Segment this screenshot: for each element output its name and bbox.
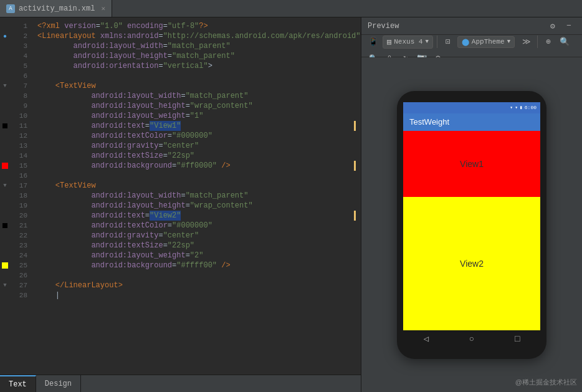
- gutter-7: ▼: [0, 81, 10, 91]
- tab-close-button[interactable]: ✕: [101, 4, 105, 12]
- device-dropdown-icon: ▼: [425, 39, 428, 45]
- gutter-16: [0, 171, 10, 181]
- gutter-18: [0, 191, 10, 201]
- separator-1: [437, 36, 437, 48]
- gutter-23: [0, 241, 10, 251]
- view1-label: View1: [460, 159, 484, 169]
- phone-mockup: ▾ ▾ ▮ 6:00 TestWeight View1: [397, 91, 546, 359]
- code-line-9: android:layout_height="wrap_content": [37, 101, 356, 111]
- line-numbers: 12345 678910 1112131415 1617181920 21222…: [10, 17, 32, 375]
- code-line-19: android:layout_height="wrap_content": [37, 201, 356, 211]
- preview-toolbar: 📱 ▤ Nexus 4 ▼ ⊡ ⬤ AppTheme ▼ ≫ ⊕ 🔍 🔍 Q ↻…: [361, 35, 582, 57]
- file-tab[interactable]: A activity_main.xml ✕: [0, 0, 112, 17]
- tab-text[interactable]: Text: [0, 375, 36, 392]
- view2-label: View2: [460, 259, 484, 269]
- code-line-6: [37, 71, 356, 81]
- gutter-25: [0, 261, 10, 270]
- gutter-10: [0, 111, 10, 121]
- gutter-28: [0, 290, 10, 300]
- code-line-13: android:gravity="center": [37, 141, 356, 151]
- gutter-6: [0, 71, 10, 81]
- view1-box: View1: [403, 131, 540, 198]
- watermark: @稀土掘金技术社区: [515, 378, 577, 387]
- gutter-5: [0, 61, 10, 71]
- code-line-10: android:layout_weight="1": [37, 111, 356, 121]
- time-display: 6:00: [525, 105, 537, 110]
- code-line-22: android:gravity="center": [37, 231, 356, 241]
- code-line-24: android:layout_weight="2": [37, 251, 356, 261]
- code-line-4: android:layout_height="match_parent": [37, 51, 356, 61]
- preview-canvas: ▾ ▾ ▮ 6:00 TestWeight View1: [361, 57, 582, 392]
- gutter-14: [0, 151, 10, 161]
- phone-status-bar: ▾ ▾ ▮ 6:00: [403, 102, 540, 113]
- code-line-27: </LinearLayout>: [37, 280, 356, 290]
- device-name: Nexus 4: [394, 38, 422, 45]
- gutter-12: [0, 131, 10, 141]
- main-area: ● ▼ ▼: [0, 17, 582, 392]
- code-line-18: android:layout_width="match_parent": [37, 191, 356, 201]
- tab-design[interactable]: Design: [36, 375, 81, 392]
- code-line-14: android:textSize="22sp": [37, 151, 356, 161]
- gutter-4: [0, 51, 10, 61]
- rotate-icon[interactable]: ⊡: [441, 35, 455, 49]
- gutter-2: ●: [0, 31, 10, 41]
- code-line-15: android:background="#ff0000" />: [37, 161, 356, 171]
- gutter-8: [0, 91, 10, 101]
- gutter-27: ▼: [0, 280, 10, 290]
- code-line-7: <TextView: [37, 81, 356, 91]
- phone-screen: ▾ ▾ ▮ 6:00 TestWeight View1: [403, 102, 540, 330]
- code-line-16: [37, 171, 356, 181]
- action-bar-title: TestWeight: [409, 117, 449, 127]
- separator-2: [537, 36, 538, 48]
- gutter-24: [0, 251, 10, 261]
- gutter-15: [0, 161, 10, 171]
- device-selector[interactable]: ▤ Nexus 4 ▼: [383, 36, 433, 49]
- code-line-11: android:text="View1": [37, 121, 356, 131]
- theme-name: AppTheme: [472, 38, 505, 45]
- status-icons: ▾ ▾ ▮ 6:00: [510, 105, 537, 110]
- home-nav-icon: ○: [469, 334, 474, 344]
- code-line-28: |: [37, 290, 356, 300]
- gutter-3: [0, 41, 10, 51]
- phone-action-bar: TestWeight: [403, 113, 540, 131]
- wifi-icon: ▾: [510, 105, 513, 110]
- code-editor[interactable]: <?xml version="1.0" encoding="utf-8"?> <…: [32, 17, 361, 375]
- phone-nav-bar: ◁ ○ □: [403, 330, 540, 348]
- back-nav-icon: ◁: [423, 333, 428, 344]
- preview-header-right: ⚙ −: [546, 19, 576, 33]
- theme-selector[interactable]: ⬤ AppTheme ▼: [457, 36, 515, 48]
- code-line-25: android:background="#ffff00" />: [37, 261, 356, 270]
- gutter-22: [0, 231, 10, 241]
- settings-icon[interactable]: ⚙: [546, 19, 560, 33]
- code-line-17: <TextView: [37, 181, 356, 191]
- view2-box: View2: [403, 197, 540, 330]
- code-line-3: android:layout_width="match_parent": [37, 41, 356, 51]
- code-line-12: android:textColor="#000000": [37, 131, 356, 141]
- gutter-20: [0, 211, 10, 221]
- code-line-2: <LinearLayout xmlns:android="http://sche…: [37, 31, 356, 41]
- expand-icon[interactable]: ≫: [520, 35, 533, 49]
- editor-panel: ● ▼ ▼: [0, 17, 361, 392]
- signal-icon: ▾: [515, 105, 518, 110]
- code-line-21: android:textColor="#000000": [37, 221, 356, 231]
- code-line-1: <?xml version="1.0" encoding="utf-8"?>: [37, 21, 356, 31]
- gutter-17: ▼: [0, 181, 10, 191]
- preview-panel: Preview ⚙ − 📱 ▤ Nexus 4 ▼ ⊡ ⬤ AppTheme ▼…: [361, 17, 582, 392]
- code-line-5: android:orientation="vertical">: [37, 61, 356, 71]
- zoom-in-icon[interactable]: 🔍: [558, 35, 571, 49]
- file-icon: A: [6, 4, 15, 13]
- phone-icon[interactable]: 📱: [366, 35, 380, 49]
- preview-title: Preview: [368, 22, 399, 31]
- recent-nav-icon: □: [515, 334, 520, 344]
- bottom-tabs: Text Design: [0, 375, 361, 392]
- gutter-13: [0, 141, 10, 151]
- code-line-20: android:text="View2": [37, 211, 356, 221]
- device-icon: ▤: [387, 37, 391, 47]
- code-line-8: android:layout_width="match_parent": [37, 91, 356, 101]
- tab-label: activity_main.xml: [19, 4, 95, 13]
- gutter-1: [0, 21, 10, 31]
- editor-content: ● ▼ ▼: [0, 17, 361, 375]
- battery-icon: ▮: [520, 105, 523, 110]
- close-preview-icon[interactable]: −: [562, 19, 576, 33]
- zoom-fit-icon[interactable]: ⊕: [541, 35, 555, 49]
